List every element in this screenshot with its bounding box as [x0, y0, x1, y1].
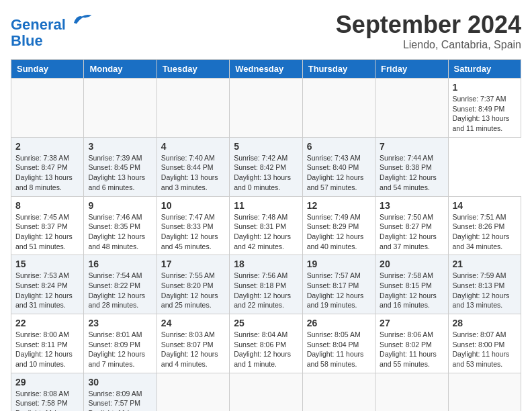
page-header: General Blue September 2024 Liendo, Cant… [11, 11, 521, 51]
calendar-day-cell: 8Sunrise: 7:45 AMSunset: 8:37 PMDaylight… [11, 196, 84, 255]
day-number: 24 [161, 318, 225, 328]
day-number: 4 [161, 141, 225, 152]
calendar-day-cell: 16Sunrise: 7:54 AMSunset: 8:22 PMDayligh… [84, 255, 157, 314]
calendar-week-row: 2Sunrise: 7:38 AMSunset: 8:47 PMDaylight… [11, 137, 521, 196]
day-detail: Sunrise: 8:05 AMSunset: 8:04 PMDaylight:… [307, 330, 371, 369]
logo-bird-icon [71, 11, 93, 30]
calendar-day-cell: 5Sunrise: 7:42 AMSunset: 8:42 PMDaylight… [230, 137, 302, 196]
day-number: 22 [15, 318, 79, 328]
calendar-day-cell: 11Sunrise: 7:48 AMSunset: 8:31 PMDayligh… [230, 196, 302, 255]
calendar-day-cell: 15Sunrise: 7:53 AMSunset: 8:24 PMDayligh… [11, 255, 84, 314]
empty-cell [375, 79, 448, 138]
calendar-day-cell [230, 373, 302, 411]
day-number: 9 [88, 200, 152, 211]
day-detail: Sunrise: 7:45 AMSunset: 8:37 PMDaylight:… [15, 212, 79, 252]
day-number: 14 [453, 200, 517, 211]
day-detail: Sunrise: 7:37 AMSunset: 8:49 PMDaylight:… [453, 94, 517, 134]
day-detail: Sunrise: 7:44 AMSunset: 8:38 PMDaylight:… [380, 153, 443, 193]
calendar-day-cell: 14Sunrise: 7:51 AMSunset: 8:26 PMDayligh… [448, 196, 521, 255]
day-detail: Sunrise: 7:50 AMSunset: 8:27 PMDaylight:… [380, 212, 443, 252]
calendar-day-cell: 4Sunrise: 7:40 AMSunset: 8:44 PMDaylight… [157, 137, 229, 196]
logo-text: General [11, 11, 93, 33]
day-number: 11 [234, 200, 298, 211]
day-detail: Sunrise: 8:00 AMSunset: 8:11 PMDaylight:… [15, 330, 79, 369]
calendar-day-cell: 18Sunrise: 7:56 AMSunset: 8:18 PMDayligh… [230, 255, 302, 314]
weekday-header-monday: Monday [84, 60, 157, 79]
day-number: 18 [234, 259, 298, 269]
day-detail: Sunrise: 7:54 AMSunset: 8:22 PMDaylight:… [88, 271, 152, 310]
day-detail: Sunrise: 7:55 AMSunset: 8:20 PMDaylight:… [161, 271, 225, 310]
day-number: 29 [15, 377, 79, 387]
day-detail: Sunrise: 7:39 AMSunset: 8:45 PMDaylight:… [88, 153, 152, 193]
calendar-day-cell: 12Sunrise: 7:49 AMSunset: 8:29 PMDayligh… [302, 196, 375, 255]
month-title: September 2024 [336, 11, 521, 39]
day-number: 3 [88, 141, 152, 152]
calendar-day-cell: 30Sunrise: 8:09 AMSunset: 7:57 PMDayligh… [84, 373, 157, 411]
calendar-day-cell: 10Sunrise: 7:47 AMSunset: 8:33 PMDayligh… [157, 196, 229, 255]
logo: General Blue [11, 11, 93, 49]
day-number: 23 [88, 318, 152, 328]
calendar-day-cell: 25Sunrise: 8:04 AMSunset: 8:06 PMDayligh… [230, 314, 302, 373]
empty-cell [84, 79, 157, 138]
day-detail: Sunrise: 7:53 AMSunset: 8:24 PMDaylight:… [15, 271, 79, 310]
day-detail: Sunrise: 7:51 AMSunset: 8:26 PMDaylight:… [453, 212, 517, 252]
calendar-day-cell: 9Sunrise: 7:46 AMSunset: 8:35 PMDaylight… [84, 196, 157, 255]
day-detail: Sunrise: 8:09 AMSunset: 7:57 PMDaylight:… [88, 389, 152, 411]
calendar-day-cell: 1Sunrise: 7:37 AMSunset: 8:49 PMDaylight… [448, 79, 521, 138]
day-number: 2 [15, 141, 79, 152]
empty-cell [157, 79, 229, 138]
day-number: 13 [380, 200, 443, 211]
day-detail: Sunrise: 7:57 AMSunset: 8:17 PMDaylight:… [307, 271, 371, 310]
weekday-header-saturday: Saturday [448, 60, 521, 79]
day-number: 12 [307, 200, 371, 211]
calendar-week-row: 15Sunrise: 7:53 AMSunset: 8:24 PMDayligh… [11, 255, 521, 314]
location: Liendo, Cantabria, Spain [336, 39, 521, 51]
day-number: 15 [15, 259, 79, 269]
calendar-day-cell [375, 373, 448, 411]
day-number: 25 [234, 318, 298, 328]
weekday-header-wednesday: Wednesday [230, 60, 302, 79]
calendar-day-cell: 22Sunrise: 8:00 AMSunset: 8:11 PMDayligh… [11, 314, 84, 373]
calendar-table: SundayMondayTuesdayWednesdayThursdayFrid… [11, 59, 521, 411]
day-number: 8 [15, 200, 79, 211]
calendar-day-cell: 7Sunrise: 7:44 AMSunset: 8:38 PMDaylight… [375, 137, 448, 196]
day-detail: Sunrise: 8:01 AMSunset: 8:09 PMDaylight:… [88, 330, 152, 369]
calendar-day-cell [302, 373, 375, 411]
empty-cell [230, 79, 302, 138]
day-number: 16 [88, 259, 152, 269]
day-number: 17 [161, 259, 225, 269]
day-number: 21 [453, 259, 517, 269]
calendar-day-cell: 2Sunrise: 7:38 AMSunset: 8:47 PMDaylight… [11, 137, 84, 196]
empty-cell [11, 79, 84, 138]
calendar-day-cell: 26Sunrise: 8:05 AMSunset: 8:04 PMDayligh… [302, 314, 375, 373]
day-detail: Sunrise: 8:06 AMSunset: 8:02 PMDaylight:… [380, 330, 443, 369]
day-detail: Sunrise: 7:46 AMSunset: 8:35 PMDaylight:… [88, 212, 152, 252]
calendar-day-cell: 20Sunrise: 7:58 AMSunset: 8:15 PMDayligh… [375, 255, 448, 314]
day-detail: Sunrise: 8:03 AMSunset: 8:07 PMDaylight:… [161, 330, 225, 369]
calendar-day-cell [448, 373, 521, 411]
calendar-day-cell: 27Sunrise: 8:06 AMSunset: 8:02 PMDayligh… [375, 314, 448, 373]
calendar-day-cell: 19Sunrise: 7:57 AMSunset: 8:17 PMDayligh… [302, 255, 375, 314]
day-number: 1 [453, 82, 517, 93]
day-detail: Sunrise: 7:43 AMSunset: 8:40 PMDaylight:… [307, 153, 371, 193]
day-detail: Sunrise: 7:38 AMSunset: 8:47 PMDaylight:… [15, 153, 79, 193]
weekday-header-tuesday: Tuesday [157, 60, 229, 79]
day-number: 7 [380, 141, 443, 152]
day-number: 19 [307, 259, 371, 269]
title-block: September 2024 Liendo, Cantabria, Spain [336, 11, 521, 51]
day-detail: Sunrise: 7:49 AMSunset: 8:29 PMDaylight:… [307, 212, 371, 252]
day-number: 28 [453, 318, 517, 328]
day-detail: Sunrise: 8:04 AMSunset: 8:06 PMDaylight:… [234, 330, 298, 369]
weekday-header-sunday: Sunday [11, 60, 84, 79]
calendar-day-cell: 3Sunrise: 7:39 AMSunset: 8:45 PMDaylight… [84, 137, 157, 196]
calendar-day-cell: 6Sunrise: 7:43 AMSunset: 8:40 PMDaylight… [302, 137, 375, 196]
calendar-day-cell: 29Sunrise: 8:08 AMSunset: 7:58 PMDayligh… [11, 373, 84, 411]
empty-cell [302, 79, 375, 138]
day-detail: Sunrise: 7:56 AMSunset: 8:18 PMDaylight:… [234, 271, 298, 310]
day-number: 5 [234, 141, 298, 152]
calendar-day-cell: 13Sunrise: 7:50 AMSunset: 8:27 PMDayligh… [375, 196, 448, 255]
day-detail: Sunrise: 7:47 AMSunset: 8:33 PMDaylight:… [161, 212, 225, 252]
logo-blue: Blue [11, 33, 93, 49]
day-detail: Sunrise: 7:59 AMSunset: 8:13 PMDaylight:… [453, 271, 517, 310]
calendar-week-row: 29Sunrise: 8:08 AMSunset: 7:58 PMDayligh… [11, 373, 521, 411]
